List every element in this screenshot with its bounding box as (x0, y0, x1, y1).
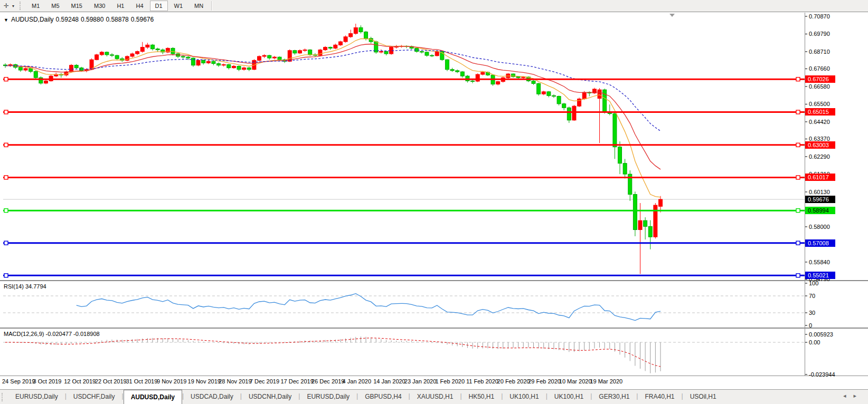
tabbar-grip[interactable] (2, 393, 5, 401)
price-tick: 0.66580 (809, 83, 830, 90)
chart-tab-usdchf-daily[interactable]: USDCHF,Daily (67, 390, 122, 404)
hline-handle[interactable] (4, 241, 8, 245)
date-label: 1 Feb 2020 (435, 378, 465, 384)
price-tick: 0.67660 (809, 65, 830, 72)
macd-tick: -0.023944 (809, 371, 835, 378)
hline-handle[interactable] (4, 110, 8, 114)
candlestick-series (4, 24, 663, 274)
hline-handle[interactable] (796, 176, 800, 179)
hline-price-badge[interactable]: 0.58994 (805, 207, 835, 214)
price-tick: 0.55840 (809, 259, 830, 265)
chart-shift-marker-icon[interactable] (669, 14, 675, 17)
current-price-badge[interactable]: 0.59676 (805, 196, 835, 203)
rsi-line (77, 294, 661, 321)
chart-tab-hk50-h1[interactable]: HK50,H1 (462, 390, 502, 404)
hline-handle[interactable] (4, 143, 8, 147)
chart-tab-gbpusd-h4[interactable]: GBPUSD,H4 (358, 390, 408, 404)
date-label: 17 Dec 2019 (280, 378, 313, 384)
rsi-tick: 0 (809, 322, 812, 329)
rsi-tick: 70 (809, 293, 815, 299)
hline-handle[interactable] (4, 209, 8, 213)
collapse-arrow-icon[interactable]: ▼ (4, 17, 8, 23)
price-tick: 0.58000 (809, 224, 830, 230)
chart-tab-fra40-h1[interactable]: FRA40,H1 (638, 390, 681, 404)
hline-handle[interactable] (796, 274, 800, 277)
hline-price-badge[interactable]: 0.61017 (805, 174, 835, 181)
date-label: 31 Oct 2019 (126, 378, 157, 384)
pane-separator-macd-dates (0, 376, 868, 376)
pane-separator-main-rsi[interactable] (0, 280, 868, 281)
chart-tab-audusd-daily[interactable]: AUDUSD,Daily (124, 390, 182, 404)
date-label: 3 Oct 2019 (33, 378, 62, 384)
pane-separator-rsi-macd[interactable] (0, 328, 868, 329)
hline-handle[interactable] (796, 110, 800, 114)
tab-scroll-left-icon[interactable]: ◂ (843, 392, 854, 399)
hline-price-badge[interactable]: 0.57008 (805, 239, 835, 247)
chart-canvas[interactable] (0, 0, 868, 404)
ohlc-close: 0.59676 (131, 16, 154, 23)
tab-scroll-arrows: ◂▸ (843, 392, 864, 399)
date-label: 20 Feb 2020 (497, 378, 530, 384)
chart-tab-usoil-h1[interactable]: USOil,H1 (683, 390, 723, 404)
chart-symbol-label: AUDUSD,Daily (11, 16, 54, 23)
chart-tab-usdcnh-daily[interactable]: USDCNH,Daily (242, 390, 298, 404)
macd-indicator-label: MACD(12,26,9) -0.020477 -0.018908 (4, 331, 100, 337)
date-label: 11 Feb 2020 (466, 378, 498, 384)
date-label: 7 Dec 2019 (250, 378, 279, 384)
hline-handle[interactable] (796, 78, 800, 81)
rsi-tick: 30 (809, 310, 815, 316)
price-tick: 0.69790 (809, 31, 830, 37)
price-axis-border (805, 13, 805, 376)
hline-price-badge[interactable]: 0.65015 (805, 108, 835, 116)
ohlc-low: 0.58878 (106, 16, 128, 23)
date-label: 14 Jan 2020 (373, 378, 405, 384)
ma-fast-line (5, 39, 661, 197)
price-tick: 0.65500 (809, 101, 830, 107)
date-label: 24 Sep 2019 (2, 378, 35, 384)
hline-handle[interactable] (796, 209, 800, 213)
date-label: 22 Oct 2019 (95, 378, 127, 384)
date-label: 12 Oct 2019 (64, 378, 96, 384)
chart-tab-xauusd-h1[interactable]: XAUUSD,H1 (410, 390, 460, 404)
ohlc-open: 0.59248 (56, 16, 79, 23)
chart-tab-uk100-h1[interactable]: UK100,H1 (503, 390, 545, 404)
chart-tab-usdcad-daily[interactable]: USDCAD,Daily (184, 390, 240, 404)
macd-tick: 0.005923 (809, 331, 833, 338)
date-label: 9 Nov 2019 (157, 378, 186, 384)
hline-price-badge[interactable]: 0.67026 (805, 75, 835, 83)
ma-slow-line (5, 50, 661, 131)
date-label: 29 Feb 2020 (528, 378, 561, 384)
chart-title: ▼AUDUSD,Daily0.592480.598800.588780.5967… (4, 16, 156, 23)
date-label: 19 Nov 2019 (188, 378, 221, 384)
price-tick: 0.62290 (809, 153, 830, 160)
price-tick: 0.60130 (809, 189, 830, 195)
price-tick: 0.68710 (809, 49, 830, 55)
price-tick: 0.70870 (809, 13, 830, 20)
hline-handle[interactable] (796, 143, 800, 147)
hline-handle[interactable] (796, 241, 800, 245)
hline-price-badge[interactable]: 0.63003 (805, 141, 835, 149)
chart-tab-eurusd-daily[interactable]: EURUSD,Daily (300, 390, 356, 404)
ohlc-high: 0.59880 (81, 16, 103, 23)
rsi-tick: 100 (809, 280, 818, 286)
tab-scroll-right-icon[interactable]: ▸ (853, 392, 864, 399)
chart-tab-uk100-h1[interactable]: UK100,H1 (548, 390, 590, 404)
date-label: 4 Jan 2020 (343, 378, 371, 384)
date-label: 28 Nov 2019 (219, 378, 251, 384)
hline-handle[interactable] (4, 274, 8, 277)
date-label: 23 Jan 2020 (404, 378, 437, 384)
macd-tick: 0.00 (809, 339, 820, 345)
chart-tab-eurusd-daily[interactable]: EURUSD,Daily (8, 390, 65, 404)
hline-price-badge[interactable]: 0.55021 (805, 272, 835, 279)
chart-tab-bar: EURUSD,Daily|USDCHF,Daily|AUDUSD,Daily|U… (0, 389, 868, 404)
date-label: 19 Mar 2020 (590, 378, 622, 384)
hline-handle[interactable] (4, 176, 8, 179)
date-label: 10 Mar 2020 (559, 378, 592, 384)
rsi-indicator-label: RSI(14) 34.7794 (4, 283, 46, 290)
chart-tab-ger30-h1[interactable]: GER30,H1 (592, 390, 636, 404)
hline-handle[interactable] (4, 78, 8, 81)
date-label: 26 Dec 2019 (312, 378, 344, 384)
price-tick: 0.64420 (809, 119, 830, 125)
